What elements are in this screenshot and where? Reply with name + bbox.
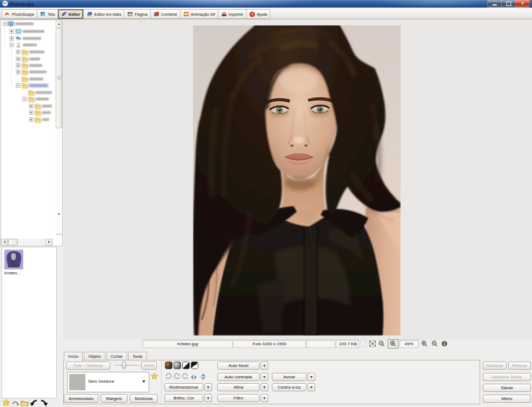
svg-text:?: ? — [251, 12, 254, 17]
svg-text:Kristen...: Kristen... — [4, 271, 21, 275]
